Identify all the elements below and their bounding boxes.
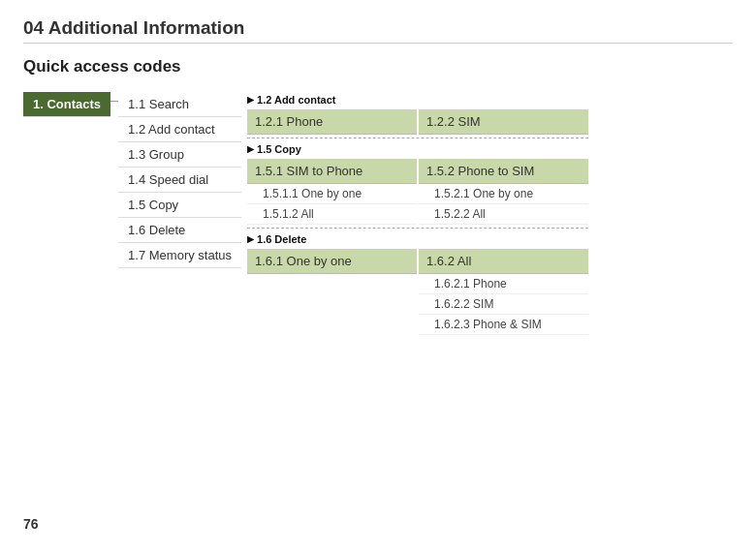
- col4-item: 1.5.2 Phone to SIM: [419, 159, 588, 184]
- title-divider: [23, 43, 733, 44]
- col3-sub: 1.5.1.2 All: [247, 204, 417, 225]
- level2-item-1.2[interactable]: 1.2 Add contact: [118, 117, 241, 142]
- col4-b1.5: 1.5.2 Phone to SIM1.5.2.1 One by one1.5.…: [419, 159, 588, 225]
- col4-sub: 1.5.2.2 All: [419, 204, 588, 225]
- level1-column: 1. Contacts: [23, 92, 110, 117]
- branch-row-b1.6: 1.6.1 One by one1.6.2 All1.6.2.1 Phone1.…: [247, 249, 588, 335]
- col4-sub: 1.5.2.1 One by one: [419, 184, 588, 204]
- col3-b1.2: 1.2.1 Phone: [247, 109, 417, 135]
- menu-tree: 1. Contacts 1.1 Search1.2 Add contact1.3…: [23, 92, 733, 335]
- col3-b1.5: 1.5.1 SIM to Phone1.5.1.1 One by one1.5.…: [247, 159, 417, 225]
- level2-item-1.4[interactable]: 1.4 Speed dial: [118, 168, 241, 193]
- branch-row-b1.2: 1.2.1 Phone1.2.2 SIM: [247, 109, 588, 135]
- col4-b1.2: 1.2.2 SIM: [419, 109, 588, 135]
- col4-b1.6: 1.6.2 All1.6.2.1 Phone1.6.2.2 SIM1.6.2.3…: [419, 249, 588, 335]
- level2-column: 1.1 Search1.2 Add contact1.3 Group1.4 Sp…: [118, 92, 241, 268]
- col4-item: 1.2.2 SIM: [419, 109, 588, 135]
- branch-row-b1.5: 1.5.1 SIM to Phone1.5.1.1 One by one1.5.…: [247, 159, 588, 225]
- level2-item-1.1[interactable]: 1.1 Search: [118, 92, 241, 117]
- col3-item: 1.5.1 SIM to Phone: [247, 159, 417, 184]
- level2-item-1.3[interactable]: 1.3 Group: [118, 142, 241, 168]
- col3-item: 1.6.1 One by one: [247, 249, 417, 274]
- branch-header-b1.2: ▶1.2 Add contact: [247, 92, 588, 107]
- col4-sub: 1.6.2.2 SIM: [419, 294, 588, 315]
- level2-item-1.6[interactable]: 1.6 Delete: [118, 218, 241, 243]
- col3-item: 1.2.1 Phone: [247, 109, 417, 135]
- level2-item-1.5[interactable]: 1.5 Copy: [118, 193, 241, 218]
- branch-header-b1.5: ▶1.5 Copy: [247, 141, 588, 157]
- branch-separator-1: [247, 138, 588, 138]
- section-title: Quick access codes: [23, 57, 733, 77]
- col3-sub: 1.5.1.1 One by one: [247, 184, 417, 204]
- col3-b1.6: 1.6.1 One by one: [247, 249, 417, 335]
- page-title: 04 Additional Information: [23, 17, 733, 39]
- branch-header-b1.6: ▶1.6 Delete: [247, 231, 588, 247]
- connector-h1: [110, 101, 118, 102]
- branches-container: ▶1.2 Add contact1.2.1 Phone1.2.2 SIM▶1.5…: [247, 92, 588, 335]
- col4-sub: 1.6.2.1 Phone: [419, 274, 588, 294]
- col4-sub: 1.6.2.3 Phone & SIM: [419, 315, 588, 335]
- page-number: 76: [23, 516, 39, 532]
- col4-item: 1.6.2 All: [419, 249, 588, 274]
- level1-contacts[interactable]: 1. Contacts: [23, 92, 110, 117]
- level2-item-1.7[interactable]: 1.7 Memory status: [118, 243, 241, 268]
- branch-separator-2: [247, 228, 588, 229]
